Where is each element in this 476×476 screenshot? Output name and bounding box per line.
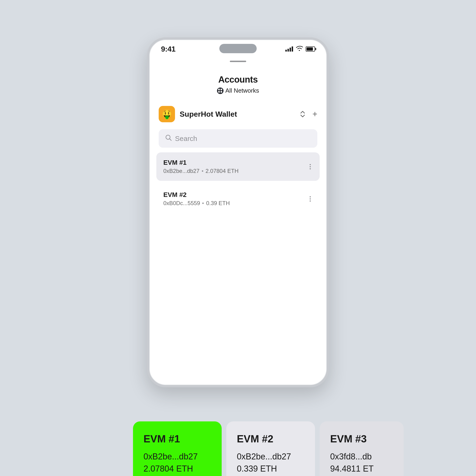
- account-details-evm1: 0xB2be...db27 2.07804 ETH: [163, 168, 238, 174]
- search-container: Search: [159, 129, 317, 148]
- account-details-evm2: 0xB0Dc...5559 0.39 ETH: [163, 200, 230, 206]
- network-label: All Networks: [225, 87, 259, 94]
- battery-icon: [306, 46, 315, 51]
- account-address-evm1: 0xB2be...db27: [163, 168, 200, 174]
- account-separator-evm2: [202, 203, 204, 204]
- card-evm3[interactable]: EVM #3 0x3fd8...db 94.4811 ET: [320, 421, 404, 476]
- signal-icon: [285, 46, 293, 51]
- add-account-button[interactable]: +: [312, 109, 317, 119]
- search-icon: [165, 135, 172, 143]
- card-balance-evm3: 94.4811 ET: [330, 464, 393, 474]
- account-name-evm2: EVM #2: [163, 191, 230, 199]
- card-name-evm1: EVM #1: [143, 433, 211, 445]
- wifi-icon: [296, 46, 303, 52]
- account-balance-evm1: 2.07804 ETH: [205, 168, 238, 174]
- card-balance-evm1: 2.07804 ETH: [143, 464, 211, 474]
- status-time: 9:41: [161, 45, 175, 53]
- scene: 9:41: [147, 37, 329, 415]
- account-separator-evm1: [202, 170, 203, 172]
- account-name-evm1: EVM #1: [163, 159, 238, 166]
- status-icons: [285, 46, 315, 52]
- account-item-evm2[interactable]: EVM #2 0xB0Dc...5559 0.39 ETH: [156, 185, 320, 213]
- bottom-cards-row: EVM #1 0xB2be...db27 2.07804 ETH EVM #2 …: [133, 421, 427, 476]
- card-balance-evm2: 0.339 ETH: [237, 464, 305, 474]
- card-address-evm3: 0x3fd8...db: [330, 452, 393, 461]
- wallet-chevron-icon[interactable]: [300, 111, 306, 117]
- dynamic-island: [219, 44, 257, 53]
- card-name-evm2: EVM #2: [237, 433, 305, 445]
- account-info-evm2: EVM #2 0xB0Dc...5559 0.39 ETH: [163, 191, 230, 206]
- card-evm1[interactable]: EVM #1 0xB2be...db27 2.07804 ETH: [133, 421, 222, 476]
- wallet-name: SuperHot Wallet: [180, 110, 300, 119]
- account-more-evm1[interactable]: [308, 162, 313, 171]
- card-address-evm1: 0xB2be...db27: [143, 452, 211, 461]
- card-address-evm2: 0xB2be...db27: [237, 452, 305, 461]
- card-name-evm3: EVM #3: [330, 433, 393, 445]
- account-balance-evm2: 0.39 ETH: [206, 200, 230, 206]
- search-placeholder: Search: [175, 135, 197, 143]
- account-list: EVM #1 0xB2be...db27 2.07804 ETH: [149, 152, 327, 213]
- wallet-emoji-icon: 🤑: [159, 106, 175, 122]
- app-content: Accounts All Networks 🤑 S: [149, 40, 327, 385]
- account-item-evm1[interactable]: EVM #1 0xB2be...db27 2.07804 ETH: [156, 152, 320, 181]
- card-evm2[interactable]: EVM #2 0xB2be...db27 0.339 ETH: [226, 421, 315, 476]
- sheet-handle: [230, 61, 246, 62]
- network-badge[interactable]: All Networks: [217, 87, 259, 94]
- header: Accounts All Networks: [149, 72, 327, 99]
- account-info-evm1: EVM #1 0xB2be...db27 2.07804 ETH: [163, 159, 238, 174]
- page-title: Accounts: [149, 75, 327, 85]
- search-bar[interactable]: Search: [159, 129, 317, 148]
- network-icon: [217, 87, 223, 94]
- account-more-evm2[interactable]: [308, 194, 313, 204]
- phone-frame: 9:41: [147, 37, 329, 387]
- account-address-evm2: 0xB0Dc...5559: [163, 200, 200, 206]
- wallet-row[interactable]: 🤑 SuperHot Wallet +: [149, 101, 327, 127]
